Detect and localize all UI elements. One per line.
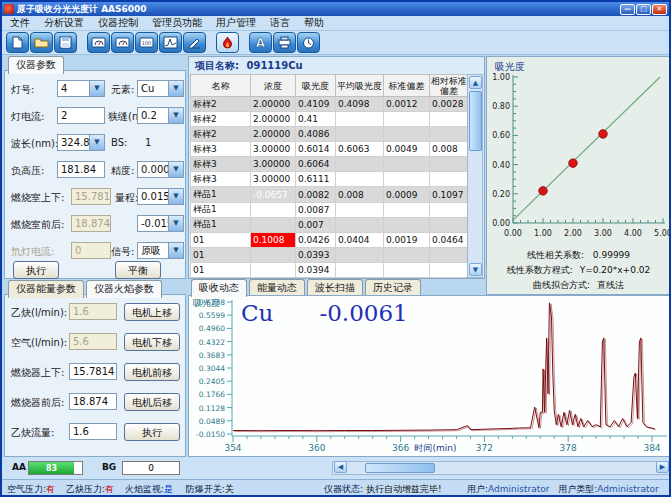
chevron-down-icon[interactable]: ▼: [168, 108, 183, 123]
scrollbar-thumb[interactable]: [365, 463, 435, 473]
letterA-icon: A: [253, 36, 268, 49]
table-cell: 标样2: [191, 97, 251, 112]
scrollbar-thumb[interactable]: [469, 91, 482, 151]
execute-button[interactable]: 执行: [13, 261, 59, 279]
table-row[interactable]: 标样22.000000.41: [191, 112, 469, 127]
burner-updown-input[interactable]: 15.7814: [69, 363, 117, 380]
tab-energy-params[interactable]: 仪器能量参数: [8, 280, 84, 298]
table-cell: [251, 247, 296, 262]
table-row[interactable]: 标样33.000000.60140.60630.00490.008: [191, 142, 469, 157]
hv-input[interactable]: 181.84: [57, 161, 105, 178]
table-row[interactable]: 样品1-0.06570.00820.0080.00090.1097: [191, 187, 469, 202]
column-header[interactable]: 标准偏差: [384, 75, 430, 97]
element-select[interactable]: Cu▼: [137, 80, 184, 97]
tab-instrument-params[interactable]: 仪器参数: [8, 56, 64, 74]
open-file-button[interactable]: [30, 32, 53, 53]
table-row[interactable]: 标样22.000000.4086: [191, 127, 469, 142]
flame-params-panel: 仪器能量参数 仪器火焰参数 乙炔(l/min): 1.6 电机上移 空气(l/m…: [4, 294, 186, 457]
chevron-down-icon[interactable]: ▼: [168, 189, 183, 204]
menu-item-6[interactable]: 帮助: [304, 16, 324, 30]
toolbar: 100A: [2, 31, 669, 55]
table-row[interactable]: 标样33.000000.6111: [191, 172, 469, 187]
table-vertical-scrollbar[interactable]: ▲ ▼: [467, 74, 483, 278]
pen-tool-button[interactable]: [183, 32, 206, 53]
scroll-left-icon[interactable]: ◀: [334, 461, 347, 473]
results-table[interactable]: 名称浓度吸光度平均吸光度标准偏差相对标准偏差 标样22.000000.41090…: [190, 74, 469, 278]
chevron-down-icon[interactable]: ▼: [168, 243, 183, 258]
acetylene-label: 乙炔(l/min):: [11, 306, 67, 320]
scroll-right-icon[interactable]: ▶: [656, 461, 669, 473]
menu-item-4[interactable]: 用户管理: [216, 16, 256, 30]
table-cell: 0.0394: [296, 262, 336, 277]
tab-flame-params[interactable]: 仪器火焰参数: [86, 280, 162, 298]
balance-button[interactable]: 平衡: [115, 261, 161, 279]
chevron-down-icon[interactable]: ▼: [168, 216, 183, 231]
menu-item-2[interactable]: 仪器控制: [98, 16, 138, 30]
printer-button[interactable]: [273, 32, 296, 53]
new-file-button[interactable]: [6, 32, 29, 53]
table-row[interactable]: 样品10.007: [191, 217, 469, 232]
column-header[interactable]: 浓度: [251, 75, 296, 97]
table-row[interactable]: 010.10080.04260.04040.00190.0464: [191, 232, 469, 247]
chart-horizontal-scrollbar[interactable]: ◀ ▶: [332, 461, 671, 475]
timer-button[interactable]: [297, 32, 320, 53]
range-select[interactable]: 0.0150▼: [137, 188, 184, 205]
table-row[interactable]: 010.0394: [191, 262, 469, 277]
menu-item-1[interactable]: 分析设置: [44, 16, 84, 30]
table-cell: 0.6064: [296, 157, 336, 172]
energy-gauge-button[interactable]: [87, 32, 110, 53]
x-tick-label: 378: [560, 443, 577, 453]
maximize-button[interactable]: □: [636, 4, 651, 15]
minimize-button[interactable]: —: [620, 4, 635, 15]
close-button[interactable]: ✕: [652, 4, 667, 15]
save-button[interactable]: [54, 32, 77, 53]
table-row[interactable]: 标样33.000000.6064: [191, 157, 469, 172]
table-cell: 3.00000: [251, 142, 296, 157]
gauge-100-button[interactable]: 100: [135, 32, 158, 53]
scroll-down-icon[interactable]: ▼: [469, 263, 482, 276]
range-low-select[interactable]: -0.0150▼: [137, 215, 184, 232]
motor-back-button[interactable]: 电机后移: [124, 393, 180, 411]
column-header[interactable]: 名称: [191, 75, 251, 97]
acetylene-flow-input[interactable]: 1.6: [69, 423, 117, 440]
motor-down-button[interactable]: 电机下移: [124, 333, 180, 351]
lamp-current-input[interactable]: 2: [57, 107, 105, 124]
wavelength-select[interactable]: 324.8▼: [57, 134, 105, 151]
slit-select[interactable]: 0.2▼: [137, 107, 184, 124]
motor-forward-button[interactable]: 电机前移: [124, 363, 180, 381]
wavelength-scan-button[interactable]: [159, 32, 182, 53]
element-symbol: Cu: [241, 300, 273, 326]
y-tick-label: 0.0489: [199, 417, 225, 426]
flame-control-button[interactable]: [216, 32, 239, 53]
table-row[interactable]: 010.0393: [191, 247, 469, 262]
scroll-up-icon[interactable]: ▲: [469, 76, 482, 89]
precision-select[interactable]: 0.0000▼: [137, 161, 184, 178]
chevron-down-icon[interactable]: ▼: [89, 81, 104, 96]
flame-execute-button[interactable]: 执行: [124, 423, 180, 441]
auto-gain-button[interactable]: A: [249, 32, 272, 53]
chevron-down-icon[interactable]: ▼: [168, 81, 183, 96]
table-row[interactable]: 标样22.000000.41090.40980.00120.0028: [191, 97, 469, 112]
chevron-down-icon[interactable]: ▼: [89, 135, 104, 150]
table-cell: 0.007: [296, 217, 336, 232]
menu-item-3[interactable]: 管理员功能: [152, 16, 202, 30]
motor-up-button[interactable]: 电机上移: [124, 303, 180, 321]
column-header[interactable]: 相对标准偏差: [430, 75, 469, 97]
chevron-down-icon[interactable]: ▼: [168, 162, 183, 177]
table-cell: [384, 112, 430, 127]
lamp-no-select[interactable]: 4▼: [57, 80, 105, 97]
bg-label: BG: [102, 462, 116, 472]
balance-gauge-button[interactable]: [111, 32, 134, 53]
column-header[interactable]: 平均吸光度: [336, 75, 384, 97]
menu-item-5[interactable]: 语言: [270, 16, 290, 30]
window-title: 原子吸收分光光度计 AAS6000: [17, 3, 147, 16]
burner-frontback-input[interactable]: 18.874: [69, 393, 117, 410]
signal-select[interactable]: 原吸▼: [137, 242, 184, 259]
column-header[interactable]: 吸光度: [296, 75, 336, 97]
table-row[interactable]: 样品10.0087: [191, 202, 469, 217]
tab-0-dynamics[interactable]: 吸收动态: [191, 279, 247, 297]
menu-item-0[interactable]: 文件: [10, 16, 30, 30]
x-tick-label: 366: [392, 443, 409, 453]
burner-fb-display: 18.874: [71, 215, 111, 232]
signal-label: 信号:: [111, 245, 134, 259]
